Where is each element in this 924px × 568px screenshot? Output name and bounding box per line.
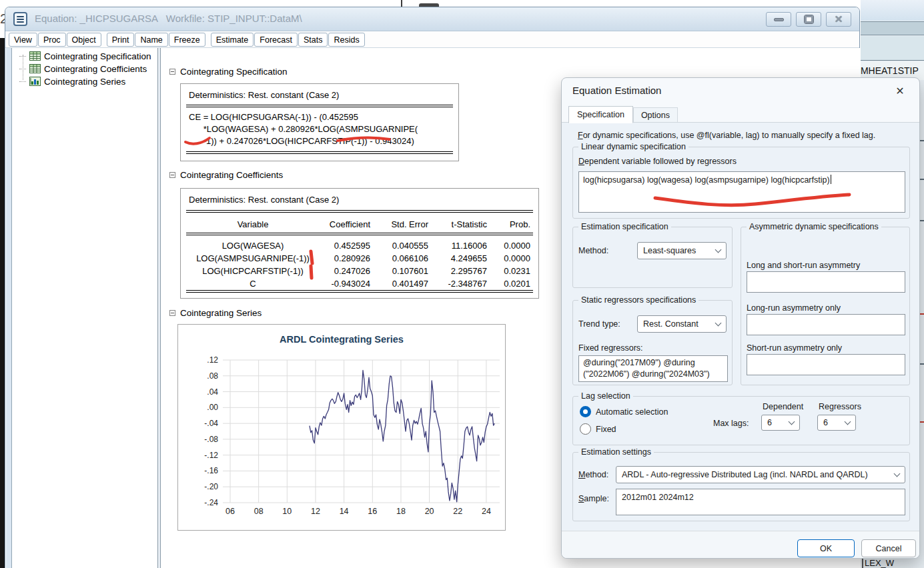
background-band [861,36,924,61]
minimize-button[interactable] [766,12,791,27]
table-cell: 0.280926 [320,253,373,263]
toolbar-button-proc[interactable]: Proc [38,33,66,47]
radio-selected-icon [580,406,591,417]
collapse-icon[interactable] [169,172,175,178]
background-series-name: IMHEAT1STIP [858,65,919,76]
table-cell: 0.066106 [373,253,431,263]
toolbar-button-forecast[interactable]: Forecast [254,33,298,47]
background-tick [920,220,924,221]
table-cell: 0.040555 [373,241,431,251]
column-header: t-Statistic [431,219,490,229]
section-header-series[interactable]: Cointegrating Series [169,308,262,318]
deterministics-line: Deterministics: Rest. constant (Case 2) [189,195,339,205]
table-row: LOG(HICPCARFSTIP(-1))0.2470260.1076012.2… [186,265,533,277]
table-row: LOG(ASMPSUGARNIPE(-1))0.2809260.0661064.… [186,252,533,265]
settings-method-dropdown[interactable]: ARDL - Auto-regressive Distributed Lag (… [616,466,905,483]
fixed-regressors-input[interactable] [578,355,728,382]
trend-type-dropdown[interactable]: Rest. Constant [637,315,727,333]
maximize-button[interactable] [796,12,821,27]
background-series-name: LEX_W [862,558,894,568]
toolbar-button-print[interactable]: Print [107,33,135,47]
section-header-spec[interactable]: Cointegrating Specification [169,67,288,77]
table-cell: -0.943024 [320,279,373,289]
long-run-asymmetry-input[interactable] [747,314,905,335]
cancel-button[interactable]: Cancel [861,539,916,557]
collapse-icon[interactable] [169,69,175,75]
toolbar: ViewProcObjectPrintNameFreezeEstimateFor… [5,32,859,48]
window-menu-icon[interactable] [13,12,27,26]
toolbar-button-view[interactable]: View [9,33,37,47]
toolbar-button-object[interactable]: Object [67,33,101,47]
dialog-footer: OK Cancel [562,531,919,558]
table-cell: 2.295767 [431,266,490,276]
automatic-selection-radio[interactable]: Automatic selection [580,406,668,417]
tree-item-cointegrating-series[interactable]: Cointegrating Series [19,75,125,87]
y-axis-tick-label: -.16 [204,466,218,475]
column-header: Coefficient [320,219,373,229]
toolbar-button-resids[interactable]: Resids [328,33,364,47]
dependent-lags-dropdown[interactable]: 6 [761,415,800,431]
tree-item-cointegrating-specification[interactable]: Cointegrating Specification [19,50,151,62]
table-cell: 4.249655 [431,253,490,263]
table-cell: 0.0201 [490,279,533,289]
table-cell: 0.452595 [320,241,373,251]
text-cursor [831,175,831,184]
dialog-close-icon[interactable]: ✕ [893,83,907,98]
chevron-down-icon [715,246,722,253]
tree-connector [19,81,26,82]
table-row: LOG(WAGESA)0.4525950.04055511.160060.000… [186,239,533,252]
window-title: Equation: _HICPSUGARSA Workfile: STIP_IN… [35,13,302,24]
equation-line: -1)) + 0.247026*LOG(HICPCARFSTIP(-1)) - … [189,136,414,146]
instruction-text: For dynamic specifications, use @fl(vari… [578,131,875,140]
tab-specification[interactable]: Specification [568,106,633,123]
table-icon [29,64,41,73]
regressors-column-label: Regressors [819,402,861,411]
chevron-down-icon [789,418,795,425]
toolbar-button-name[interactable]: Name [135,33,167,47]
toolbar-button-estimate[interactable]: Estimate [211,33,254,47]
screen: 2 IMHEAT1STIP LEX_W Equation: _HICPSUGAR… [0,0,924,568]
table-cell: 0.0000 [490,241,533,251]
titlebar[interactable]: Equation: _HICPSUGARSA Workfile: STIP_IN… [5,7,859,31]
toolbar-button-freeze[interactable]: Freeze [169,33,205,47]
long-short-asymmetry-input[interactable] [747,271,905,293]
dialog-title: Equation Estimation [572,85,661,96]
close-button[interactable]: ✕ [826,12,851,27]
method-label: Method: [578,246,608,255]
tab-options[interactable]: Options [633,107,678,123]
fixed-radio[interactable]: Fixed [580,423,616,435]
short-run-asymmetry-input[interactable] [747,354,905,375]
section-header-coefficients[interactable]: Cointegrating Coefficients [169,170,283,180]
deterministics-line: Deterministics: Rest. constant (Case 2) [189,90,339,100]
method-dropdown[interactable]: Least-squares [637,242,727,259]
table-cell: 0.401497 [373,279,431,289]
y-axis-tick-label: -.24 [204,498,218,507]
x-axis-tick-label: 06 [225,507,235,516]
regressors-lags-dropdown[interactable]: 6 [817,415,856,431]
x-axis-tick-label: 14 [340,507,349,516]
y-axis-tick-label: .00 [207,403,218,412]
sample-label: Sample: [578,494,609,503]
x-axis-tick-label: 18 [396,507,406,516]
equation-spec-input[interactable]: log(hicpsugarsa) log(wagesa) log(asmpsug… [578,171,905,213]
toolbar-button-stats[interactable]: Stats [298,33,328,47]
trend-type-label: Trend type: [578,319,620,329]
table-cell: -2.348767 [431,279,490,289]
coefficients-output-box: Deterministics: Rest. constant (Case 2) … [180,188,539,299]
x-axis-tick-label: 08 [254,507,264,516]
estimation-settings-group: Estimation settings Method: ARDL - Auto-… [572,452,910,521]
y-axis-tick-label: -.20 [204,482,218,491]
y-axis-tick-label: .08 [207,371,218,381]
collapse-icon[interactable] [169,310,175,316]
table-cell: LOG(WAGESA) [186,241,320,251]
coefficients-table: VariableCoefficientStd. Errort-Statistic… [186,215,533,290]
table-cell: 0.0000 [490,253,533,263]
ok-button[interactable]: OK [797,539,855,557]
y-axis-tick-label: -.04 [204,419,218,428]
sample-input[interactable] [616,489,905,515]
dependent-variable-label: Dependent variable followed by regressor… [578,157,737,166]
y-axis-tick-label: .12 [207,355,218,365]
tree-item-cointegrating-coefficients[interactable]: Cointegrating Coefficients [19,63,147,75]
x-axis-tick-label: 24 [482,507,491,516]
y-axis-tick-label: .04 [207,387,218,397]
